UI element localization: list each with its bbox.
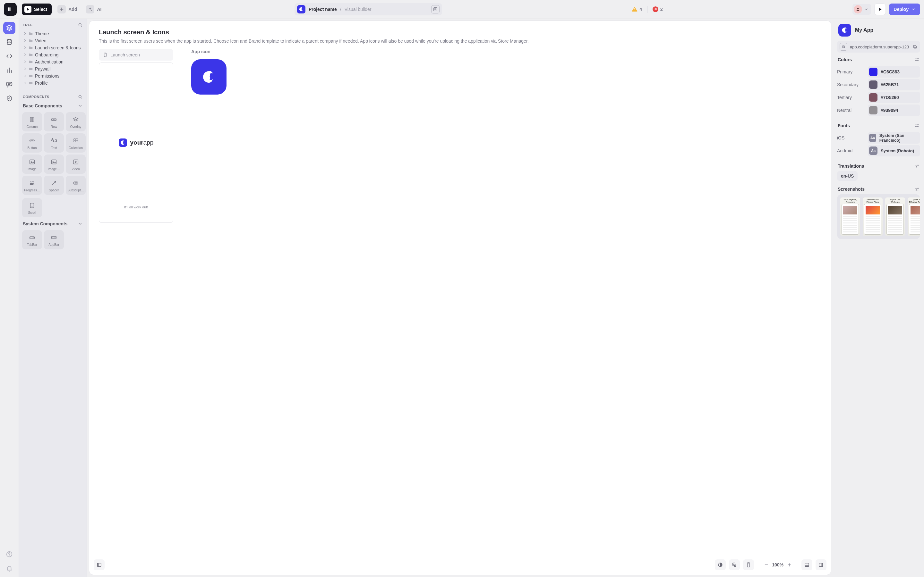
device-toggle[interactable] (743, 559, 754, 570)
comp-row[interactable]: Row (44, 112, 64, 131)
search-icon[interactable] (78, 23, 83, 27)
tree-header: TREE (19, 19, 87, 29)
language-toggle[interactable] (729, 559, 740, 570)
bottom-panel-toggle[interactable] (801, 559, 813, 570)
app-icon-label: App icon (191, 49, 226, 54)
tree-item-paywall[interactable]: Paywall (21, 65, 85, 73)
nav-settings[interactable] (3, 92, 15, 105)
color-tertiary-value[interactable]: #7D5260 (868, 92, 920, 103)
nav-rail (0, 19, 19, 577)
issue-counts: 4 ✕ 2 (632, 6, 663, 13)
plus-icon (57, 5, 66, 13)
nav-notifications[interactable] (3, 562, 15, 574)
breadcrumb-bar[interactable]: Project name / Visual builder (294, 3, 442, 15)
crumb-page: Visual builder (344, 7, 372, 12)
nav-analytics[interactable] (3, 64, 15, 76)
chevron-down-icon (78, 221, 83, 226)
tree-item-launch[interactable]: Launch screen & Icons (21, 44, 85, 51)
comp-collection[interactable]: Collection (66, 133, 86, 153)
comp-spacer[interactable]: Spacer (44, 176, 64, 195)
comp-image[interactable]: Image (22, 155, 42, 174)
nav-help[interactable] (3, 548, 15, 560)
screenshot-1[interactable]: Train Anytime, Anywhere (840, 197, 860, 236)
comp-subscription[interactable]: Subscript… (66, 176, 86, 195)
comp-image-ext[interactable]: Image… (44, 155, 64, 174)
screenshot-4[interactable]: Quick and Effective Routines (908, 197, 920, 236)
tree-item-profile[interactable]: Profile (21, 79, 85, 87)
sliders-icon[interactable] (914, 163, 919, 169)
tree-item-permissions[interactable]: Permissions (21, 73, 85, 79)
comp-column[interactable]: Column (22, 112, 42, 131)
nav-data[interactable] (3, 36, 15, 48)
comp-tabbar[interactable]: TabBar (22, 230, 42, 250)
font-badge: Aa (869, 147, 877, 155)
tree-item-theme[interactable]: Theme (21, 30, 85, 37)
color-primary: Primary#C6C863 (837, 66, 920, 77)
font-android-value[interactable]: AaSystem (Roboto) (868, 145, 920, 156)
font-badge: Aa (869, 134, 876, 142)
account-menu[interactable] (853, 4, 871, 15)
tree-label: Launch screen & Icons (35, 45, 81, 50)
chevron-down-icon (911, 7, 916, 11)
list-icon[interactable] (431, 5, 439, 13)
screenshot-thumb (909, 204, 920, 235)
sliders-icon[interactable] (914, 57, 919, 62)
chevron-down-icon (78, 103, 83, 108)
theme-toggle[interactable] (715, 559, 726, 570)
comp-text[interactable]: AaText (44, 133, 64, 153)
deploy-button[interactable]: Deploy (889, 3, 920, 15)
color-swatch (869, 93, 877, 102)
left-panel-toggle[interactable] (94, 559, 105, 570)
nav-messages[interactable] (3, 78, 15, 90)
tool-ai-label: AI (97, 7, 102, 12)
nav-code[interactable] (3, 50, 15, 62)
search-icon[interactable] (78, 94, 83, 99)
screenshots-strip[interactable]: Train Anytime, Anywhere Personalized Fit… (837, 194, 920, 239)
base-components-header[interactable]: Base Components (19, 101, 87, 110)
tree-item-onboarding[interactable]: Onboarding (21, 51, 85, 58)
app-name: My App (855, 27, 873, 33)
tool-select[interactable]: Select (22, 3, 52, 15)
launch-preview[interactable]: yourapp It'll all work out! (99, 63, 173, 223)
app-icon-preview[interactable] (191, 59, 226, 95)
divider (647, 6, 648, 13)
right-panel-toggle[interactable] (816, 559, 827, 570)
comp-progress[interactable]: Progress… (22, 176, 42, 195)
color-swatch (869, 106, 877, 114)
comp-button[interactable]: Button (22, 133, 42, 153)
app-logo[interactable] (4, 3, 17, 16)
tree-item-auth[interactable]: Authentication (21, 58, 85, 65)
font-ios: iOSAaSystem (San Francisco) (837, 132, 920, 143)
sliders-icon[interactable] (914, 123, 919, 128)
translation-tag[interactable]: en-US (837, 171, 858, 181)
artboard-label[interactable]: Launch screen (99, 49, 173, 61)
color-neutral-value[interactable]: #939094 (868, 105, 920, 116)
zoom-out[interactable]: − (764, 562, 769, 568)
tool-ai[interactable]: AI (83, 3, 105, 15)
color-secondary-value[interactable]: #625B71 (868, 79, 920, 90)
copy-id[interactable] (913, 44, 918, 49)
tool-add[interactable]: Add (54, 3, 80, 15)
tree-label: Profile (35, 81, 48, 85)
tool-add-label: Add (68, 7, 77, 12)
system-components-grid: TabBar AppBar (19, 228, 87, 255)
screenshot-3[interactable]: Expert-Led Workouts (885, 197, 905, 236)
id-badge: ID (840, 43, 847, 51)
color-swatch (869, 68, 877, 76)
screenshot-2[interactable]: Personalized Fitness Plans (863, 197, 883, 236)
comp-scroll[interactable]: Scroll (22, 198, 42, 218)
color-primary-value[interactable]: #C6C863 (868, 66, 920, 77)
components-title: COMPONENTS (23, 95, 49, 99)
comp-video[interactable]: Video (66, 155, 86, 174)
zoom-in[interactable]: + (787, 562, 792, 568)
system-components-header[interactable]: System Components (19, 219, 87, 228)
warnings-indicator[interactable]: 4 (632, 7, 642, 12)
comp-overlay[interactable]: Overlay (66, 112, 86, 131)
tree-item-video[interactable]: Video (21, 37, 85, 44)
nav-layers[interactable] (3, 22, 15, 34)
comp-appbar[interactable]: AppBar (44, 230, 64, 250)
errors-indicator[interactable]: ✕ 2 (653, 6, 663, 12)
sliders-icon[interactable] (914, 187, 919, 192)
preview-button[interactable] (874, 3, 886, 15)
font-ios-value[interactable]: AaSystem (San Francisco) (868, 132, 920, 143)
